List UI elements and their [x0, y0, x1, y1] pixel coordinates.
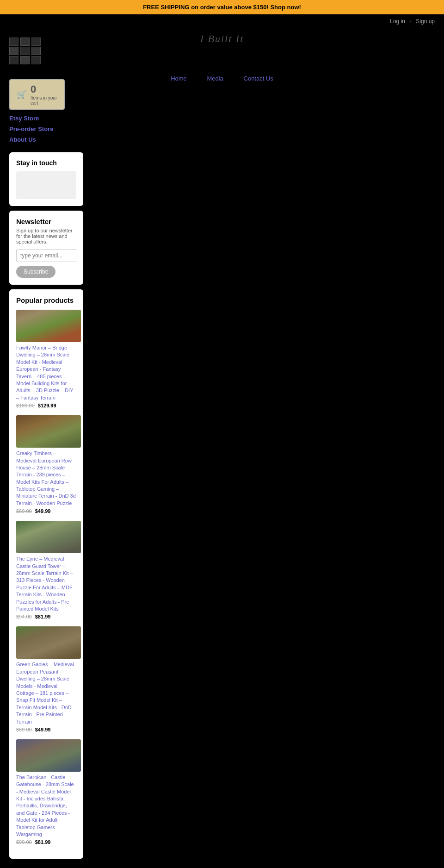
auth-separator: · — [410, 18, 411, 25]
newsletter-description: Sign up to our newsletter for the latest… — [16, 228, 76, 244]
price-original: $69.00 — [16, 508, 32, 514]
product-image — [16, 415, 81, 448]
sidebar-item-preorder[interactable]: Pre-order Store — [9, 125, 83, 132]
product-price: $69.00 $49.99 — [16, 508, 76, 514]
product-link[interactable]: Green Gables – Medieval European Peasant… — [16, 661, 76, 725]
product-link[interactable]: Fawlty Manor – Bridge Dwelling – 28mm Sc… — [16, 344, 76, 401]
signup-link[interactable]: Sign up — [416, 18, 435, 25]
popular-products-title: Popular products — [16, 296, 76, 304]
product-price: $69.00 $49.99 — [16, 727, 76, 732]
stay-in-touch-widget: Stay in touch — [9, 152, 83, 206]
list-item: Fawlty Manor – Bridge Dwelling – 28mm Sc… — [16, 310, 76, 408]
list-item: Green Gables – Medieval European Peasant… — [16, 626, 76, 732]
site-title: I Built It — [200, 33, 244, 44]
main-content — [92, 89, 444, 863]
login-link[interactable]: Log in — [390, 18, 405, 25]
popular-products-widget: Popular products Fawlty Manor – Bridge D… — [9, 289, 83, 859]
product-image — [16, 739, 81, 772]
newsletter-widget: Newsletter Sign up to our newsletter for… — [9, 211, 83, 285]
product-image — [16, 626, 81, 659]
price-sale: $129.99 — [38, 403, 56, 408]
top-banner: FREE SHIPPING on order value above $150!… — [0, 0, 444, 14]
nav-contact[interactable]: Contact Us — [244, 75, 273, 82]
product-image — [16, 310, 81, 342]
stay-in-touch-content — [16, 171, 76, 199]
product-price: $189.00 $129.99 — [16, 403, 76, 408]
price-sale: $81.99 — [35, 839, 51, 845]
nav-media[interactable]: Media — [207, 75, 223, 82]
page-layout: Our Products Amazon Store Etsy Store Pre… — [0, 89, 444, 868]
price-original: $69.00 — [16, 727, 32, 732]
newsletter-title: Newsletter — [16, 218, 76, 225]
nav-home[interactable]: Home — [171, 75, 187, 82]
list-item: The Eyrie – Medieval Castle Guard Tower … — [16, 521, 76, 619]
price-original: $99.00 — [16, 839, 32, 845]
header-auth: Log in · Sign up — [0, 14, 444, 28]
stay-in-touch-title: Stay in touch — [16, 159, 76, 167]
product-price: $99.00 $81.99 — [16, 839, 76, 845]
cart-label: Items in your cart — [31, 95, 57, 106]
main-nav: Home Media Contact Us — [0, 68, 444, 89]
price-sale: $49.99 — [35, 727, 51, 732]
list-item: Creaky Timbers – Medieval European Row H… — [16, 415, 76, 514]
price-sale: $81.99 — [35, 614, 51, 619]
sidebar: Our Products Amazon Store Etsy Store Pre… — [0, 89, 92, 863]
product-link[interactable]: The Barbican - Castle Gatehouse - 28mm S… — [16, 774, 76, 838]
price-original: $189.00 — [16, 403, 35, 408]
email-field[interactable] — [16, 249, 76, 262]
price-sale: $49.99 — [35, 508, 51, 514]
cart-count: 0 — [31, 83, 57, 95]
cart-icon: 🛒 — [17, 89, 27, 100]
subscribe-button[interactable]: Subscribe — [16, 266, 56, 278]
product-link[interactable]: The Eyrie – Medieval Castle Guard Tower … — [16, 556, 76, 612]
site-logo — [9, 37, 46, 65]
list-item: The Barbican - Castle Gatehouse - 28mm S… — [16, 739, 76, 845]
cart-widget[interactable]: 🛒 0 Items in your cart — [9, 79, 65, 110]
product-price: $94.00 $81.99 — [16, 614, 76, 619]
banner-text: FREE SHIPPING on order value above $150!… — [143, 4, 301, 11]
price-original: $94.00 — [16, 614, 32, 619]
product-link[interactable]: Creaky Timbers – Medieval European Row H… — [16, 450, 76, 507]
sidebar-item-about[interactable]: About Us — [9, 136, 83, 143]
sidebar-item-etsy[interactable]: Etsy Store — [9, 115, 83, 122]
product-image — [16, 521, 81, 553]
